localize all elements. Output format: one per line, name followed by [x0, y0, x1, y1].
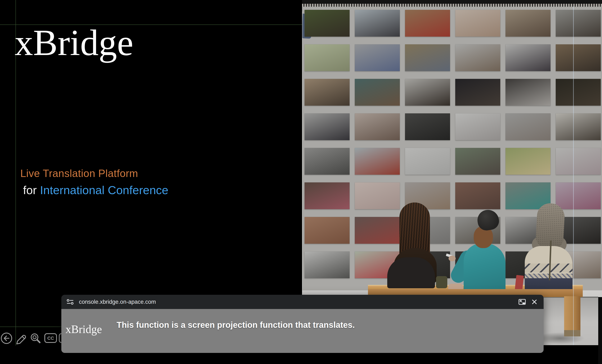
wall-photo — [305, 217, 350, 244]
wall-photo — [505, 148, 550, 175]
subtitle-prefix: for — [23, 183, 40, 197]
photo-right-dark-edge — [598, 297, 602, 364]
popup-titlebar[interactable]: console.xbridge.on-apace.com — [61, 295, 544, 309]
sweater-pattern-band — [525, 274, 572, 278]
wall-photo — [405, 113, 450, 140]
zoom-magnifier-icon — [29, 332, 42, 345]
wall-photo — [556, 44, 601, 71]
wall-photo — [455, 182, 500, 209]
wall-photo — [405, 79, 450, 106]
pen-icon — [14, 332, 27, 345]
wall-photo — [556, 79, 601, 106]
wall-photo — [305, 113, 350, 140]
zoom-magnifier-button[interactable] — [29, 332, 42, 345]
wall-photo — [455, 44, 500, 71]
back-arrow-button[interactable] — [0, 332, 12, 344]
wall-photo — [455, 113, 500, 140]
wall-photo — [405, 44, 450, 71]
wall-photo — [355, 113, 400, 140]
wall-photo — [305, 148, 350, 175]
wall-photo — [455, 148, 500, 175]
back-arrow-icon — [0, 332, 12, 344]
wall-photo — [355, 182, 400, 209]
wall-photo — [355, 10, 400, 37]
wall-photo — [505, 10, 550, 37]
wall-photo — [505, 113, 550, 140]
popup-url: console.xbridge.on-apace.com — [79, 299, 518, 305]
wall-photo — [355, 79, 400, 106]
slide-subtitle-line2: for International Conference — [23, 183, 168, 197]
person-right-body — [525, 246, 572, 295]
pip-popup-window[interactable]: console.xbridge.on-apace.com xBridge Thi… — [61, 295, 544, 353]
wall-photo — [455, 10, 500, 37]
popup-body: xBridge This function is a screen projec… — [61, 309, 544, 353]
popup-message: This function is a screen projection fun… — [117, 321, 355, 329]
wall-photo — [405, 148, 450, 175]
wall-photo — [305, 251, 350, 278]
subtitle-highlight: International Conference — [40, 183, 168, 197]
slide-subtitle-line1: Live Translation Platform — [20, 167, 138, 179]
wall-photo — [355, 217, 400, 244]
wall-photo — [305, 44, 350, 71]
wall-photo — [355, 148, 400, 175]
person-middle-body — [464, 243, 505, 295]
sweater-pattern-band — [525, 264, 572, 272]
presentation-screen: xBridge Live Translation Platform for In… — [0, 0, 602, 364]
wall-photo — [355, 44, 400, 71]
close-icon — [531, 299, 537, 305]
back-to-tab-icon — [518, 299, 526, 305]
bench-leg — [564, 296, 580, 331]
popup-brand-logo: xBridge — [65, 324, 102, 335]
wall-photo — [505, 79, 550, 106]
wall-photo — [556, 10, 601, 37]
wall-photo — [305, 182, 350, 209]
closed-captions-icon: CC — [44, 332, 57, 344]
wall-photo — [556, 113, 601, 140]
person-left-body — [387, 257, 435, 288]
wall-photo — [305, 10, 350, 37]
pen-button[interactable] — [14, 332, 27, 345]
wall-photo — [556, 182, 601, 209]
wall-photo — [405, 10, 450, 37]
closed-captions-button[interactable]: CC — [44, 332, 57, 344]
slide-guide-horizontal-bottom — [0, 327, 61, 327]
wall-photo — [556, 148, 601, 175]
wall-photo — [455, 79, 500, 106]
wall-photo — [505, 44, 550, 71]
svg-text:CC: CC — [47, 335, 54, 341]
close-button[interactable] — [530, 297, 539, 306]
slide-title: xBridge — [15, 23, 133, 62]
back-to-tab-button[interactable] — [518, 297, 527, 306]
person-middle-bag — [436, 276, 447, 288]
bench-leg-foot — [564, 330, 580, 336]
projection-seam-line — [573, 7, 574, 345]
wall-photo — [305, 79, 350, 106]
site-settings-icon — [66, 299, 74, 305]
person-middle-hand — [449, 256, 456, 261]
